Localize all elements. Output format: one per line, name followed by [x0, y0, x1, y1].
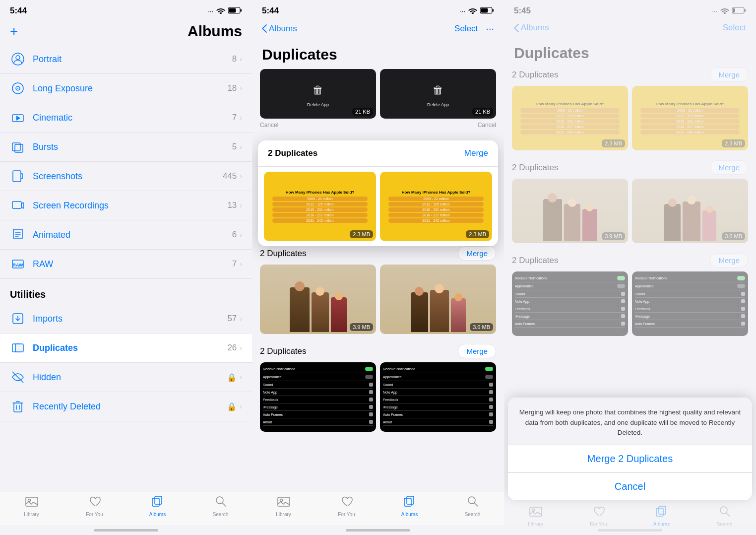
dup-photo-0-1: 🗑 Delete App 21 KB	[260, 69, 376, 119]
tab-library-1[interactable]: Library	[0, 495, 63, 517]
svg-point-25	[216, 497, 223, 504]
tab-albums-2[interactable]: Albums	[378, 495, 441, 517]
album-item-screenshots[interactable]: Screenshots 445 ›	[0, 162, 252, 191]
tab-albums-1[interactable]: Albums	[126, 495, 189, 517]
yellow-row-4: 2018 - 217 million	[272, 213, 368, 217]
album-item-animated[interactable]: Animated 6 ›	[0, 220, 252, 250]
yellow-row-8: 2015 - 231 million	[388, 207, 484, 212]
svg-text:🗑: 🗑	[313, 84, 323, 96]
cinematic-icon	[10, 110, 26, 126]
dim-merge-settings: Merge	[710, 253, 748, 268]
chevron-icon-screen-recordings: ›	[240, 201, 242, 209]
status-icons-3: ···	[712, 7, 746, 15]
dim-photo-avatar-1: 3.9 MB	[512, 179, 628, 243]
dim-group-avatar: 2 Duplicates Merge 3.9 MB	[512, 160, 748, 243]
tab-bar-1: Library For You Albums Search	[0, 491, 252, 525]
photo-size-0-1: 21 KB	[352, 108, 373, 116]
app-label-2: Delete App	[427, 102, 449, 107]
album-name-hidden: Hidden	[33, 372, 227, 383]
album-count-imports: 57	[227, 314, 237, 324]
cancel-button[interactable]: Cancel	[508, 473, 752, 500]
album-item-cinematic[interactable]: Cinematic 7 ›	[0, 103, 252, 133]
merge-button-settings[interactable]: Merge	[458, 344, 496, 358]
album-item-recently-deleted[interactable]: Recently Deleted 🔒 ›	[0, 392, 252, 421]
album-count-screen-recordings: 13	[227, 201, 237, 210]
album-item-long-exposure[interactable]: Long Exposure 18 ›	[0, 74, 252, 103]
album-item-hidden[interactable]: Hidden 🔒 ›	[0, 363, 252, 392]
tab-bar-2: Library For You Albums Search	[252, 491, 504, 525]
yellow-row-10: 2021 - 242 million	[388, 218, 484, 223]
album-item-bursts[interactable]: Bursts 5 ›	[0, 133, 252, 162]
popup-title: 2 Duplicates	[268, 148, 317, 158]
album-item-raw[interactable]: RAW RAW 7 ›	[0, 250, 252, 279]
svg-rect-41	[745, 9, 746, 11]
signal-icon-3: ···	[712, 7, 717, 15]
dimmed-groups: 2 Duplicates Merge How Many iPhones Has …	[504, 67, 756, 336]
dim-photo-yellow-1: How Many iPhones Has Apple Sold? 2009 - …	[512, 86, 628, 150]
dimmed-content: 5:45 ··· Albums Select Duplicates	[504, 0, 756, 346]
merge-popup-dialog: 2 Duplicates Merge How Many iPhones Has …	[258, 140, 498, 246]
yellow-row-6: 2009 - 21 million	[388, 197, 484, 201]
raw-icon: RAW	[10, 256, 26, 272]
svg-point-7	[17, 88, 18, 89]
album-item-duplicates[interactable]: Duplicates 26 ›	[0, 334, 252, 363]
tab-for-you-2[interactable]: For You	[315, 495, 378, 517]
more-button-2[interactable]: ···	[486, 23, 494, 34]
add-album-button[interactable]: +	[10, 23, 18, 39]
chevron-icon-long-exposure: ›	[240, 84, 242, 92]
popup-duplicate-photos: How Many iPhones Has Apple Sold? 2009 - …	[264, 172, 492, 241]
dim-title-yellow: 2 Duplicates	[512, 70, 559, 80]
imports-icon	[10, 311, 26, 327]
duplicate-group-header-settings: 2 Duplicates Merge	[260, 344, 496, 358]
home-indicator-1	[0, 525, 252, 535]
tab-for-you-1[interactable]: For You	[63, 495, 126, 517]
popup-merge-button[interactable]: Merge	[464, 148, 488, 158]
duplicate-title-avatar: 2 Duplicates	[260, 249, 307, 259]
confirm-message: Merging will keep one photo that combine…	[508, 398, 752, 445]
albums-title: Albums	[188, 23, 242, 40]
album-item-imports[interactable]: Imports 57 ›	[0, 304, 252, 334]
home-indicator-2	[252, 525, 504, 535]
bursts-icon	[10, 139, 26, 155]
signal-icon: ···	[208, 7, 213, 15]
album-item-screen-recordings[interactable]: Screen Recordings 13 ›	[0, 191, 252, 220]
svg-line-26	[222, 503, 226, 507]
merge-duplicates-button[interactable]: Merge 2 Duplicates	[508, 445, 752, 473]
yellow-row-5: 2021 - 242 million	[272, 218, 368, 223]
nav-header-3: Albums Select	[504, 19, 756, 38]
merge-button-avatar[interactable]: Merge	[458, 246, 496, 261]
status-bar-2: 5:44 ···	[252, 0, 504, 19]
dim-merge-yellow: Merge	[710, 67, 748, 82]
dup-photo-avatar-1: 3.9 MB	[260, 265, 376, 334]
back-button-2[interactable]: Albums	[262, 24, 297, 34]
duplicate-group-0: 🗑 Delete App 21 KB 🗑 Delete App 21 KB	[260, 69, 496, 131]
dim-header-avatar: 2 Duplicates Merge	[512, 160, 748, 175]
nav-actions-3: Select	[723, 23, 746, 33]
dim-photos-avatar: 3.9 MB 3.6 MB	[512, 179, 748, 243]
select-button-2[interactable]: Select	[454, 24, 478, 34]
album-name-raw: RAW	[33, 259, 232, 269]
popup-photo-size-1: 2.3 MB	[350, 230, 373, 238]
duplicates-page-title-3: Duplicates	[514, 45, 746, 62]
search-tab-icon-1	[215, 495, 227, 510]
tab-search-2[interactable]: Search	[441, 495, 504, 517]
svg-rect-1	[241, 9, 242, 11]
album-name-screenshots: Screenshots	[33, 171, 223, 182]
svg-rect-36	[404, 498, 411, 506]
duplicate-photos-0: 🗑 Delete App 21 KB 🗑 Delete App 21 KB	[260, 69, 496, 119]
tab-search-1[interactable]: Search	[189, 495, 252, 517]
popup-overlay: 2 Duplicates Merge How Many iPhones Has …	[252, 140, 504, 246]
album-count-animated: 6	[232, 230, 237, 240]
album-item-portrait[interactable]: Portrait 8 ›	[0, 45, 252, 74]
dim-photo-settings-1: Receive Notifications Appearance Sound N…	[512, 271, 628, 336]
dim-photos-settings: Receive Notifications Appearance Sound N…	[512, 271, 748, 336]
duplicate-title-settings: 2 Duplicates	[260, 346, 307, 356]
hidden-icon	[10, 369, 26, 385]
popup-photo-size-2: 2.3 MB	[466, 230, 489, 238]
tab-library-2[interactable]: Library	[252, 495, 315, 517]
chevron-icon-recently-deleted: ›	[240, 402, 242, 410]
screenshots-icon	[10, 168, 26, 184]
svg-rect-21	[26, 497, 38, 506]
album-name-animated: Animated	[33, 230, 232, 240]
svg-rect-37	[407, 496, 414, 504]
